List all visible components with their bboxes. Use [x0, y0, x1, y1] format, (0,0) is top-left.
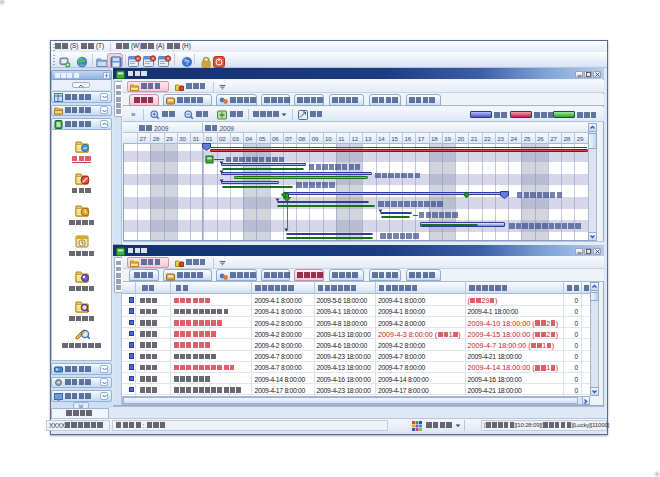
svg-text:?: ? [185, 57, 189, 66]
